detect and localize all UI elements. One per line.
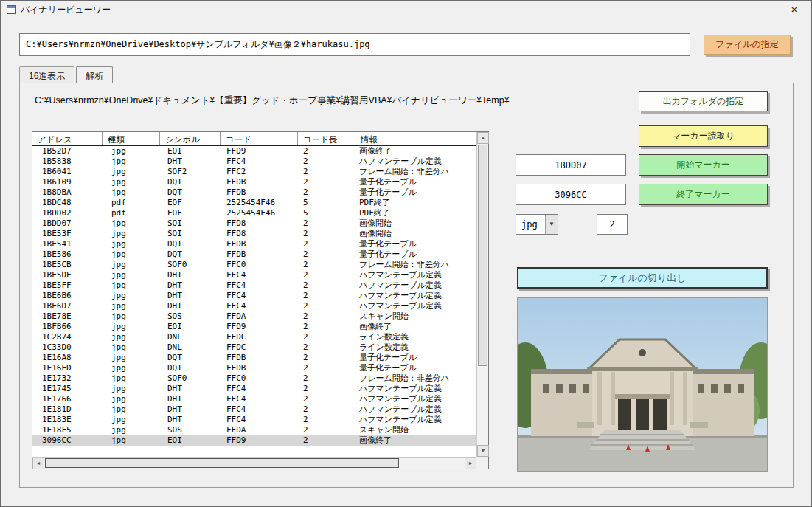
header-codelen[interactable]: コード長 bbox=[298, 132, 355, 145]
extract-file-button[interactable]: ファイルの切り出し bbox=[517, 267, 768, 289]
table-cell: DQT bbox=[160, 177, 221, 187]
table-row[interactable]: 1E16A8jpgDQTFFDB2量子化テーブル bbox=[32, 353, 476, 363]
table-cell: jpg bbox=[103, 218, 160, 229]
table-cell: 2 bbox=[298, 156, 355, 167]
table-cell: jpg bbox=[103, 425, 160, 435]
table-cell: 2 bbox=[298, 311, 355, 322]
table-cell: 画像開始 bbox=[355, 218, 476, 229]
scroll-right-icon[interactable]: ► bbox=[465, 458, 476, 469]
table-cell: PDF終了 bbox=[355, 208, 476, 218]
output-folder-button[interactable]: 出力フォルダの指定 bbox=[639, 91, 768, 111]
table-cell: 画像開始 bbox=[355, 229, 476, 239]
table-cell: FFC4 bbox=[221, 301, 298, 311]
table-cell: 2 bbox=[298, 146, 355, 156]
chevron-down-icon[interactable]: ▼ bbox=[545, 215, 558, 234]
table-cell: SOI bbox=[160, 229, 221, 239]
table-row[interactable]: 1E1732jpgSOF0FFC02フレーム開始：非差分ハ bbox=[32, 373, 476, 384]
file-path-input[interactable] bbox=[19, 33, 690, 56]
table-cell: 1BFB66 bbox=[32, 322, 103, 332]
table-cell: 1BDD07 bbox=[32, 218, 103, 229]
table-cell: PDF終了 bbox=[355, 198, 476, 208]
table-cell: FFC4 bbox=[221, 415, 298, 425]
table-cell: FFDB bbox=[221, 249, 298, 260]
table-row[interactable]: 1B8DBAjpgDQTFFDB2量子化テーブル bbox=[32, 187, 476, 198]
table-cell: FFC4 bbox=[221, 280, 298, 291]
table-cell: 量子化テーブル bbox=[355, 177, 476, 187]
vertical-scroll-thumb[interactable] bbox=[478, 145, 487, 366]
start-marker-button[interactable]: 開始マーカー bbox=[639, 154, 768, 176]
table-cell: 量子化テーブル bbox=[355, 239, 476, 249]
table-row[interactable]: 1BDD02pdfEOF2525454F465PDF終了 bbox=[32, 208, 476, 218]
table-row[interactable]: 1BE6B6jpgDHTFFC42ハフマンテーブル定義 bbox=[32, 291, 476, 301]
table-row[interactable]: 1BDC48pdfEOF2525454F465PDF終了 bbox=[32, 198, 476, 208]
table-cell: jpg bbox=[103, 363, 160, 373]
window-title: バイナリービューワー bbox=[21, 4, 111, 16]
horizontal-scroll-thumb[interactable] bbox=[45, 458, 399, 468]
table-cell: 1BE5DE bbox=[32, 270, 103, 280]
table-row[interactable]: 1E18F5jpgSOSFFDA2スキャン開始 bbox=[32, 425, 476, 435]
end-marker-input[interactable] bbox=[516, 184, 626, 205]
table-cell: jpg bbox=[103, 404, 160, 415]
table-row[interactable]: 1E183EjpgDHTFFC42ハフマンテーブル定義 bbox=[32, 415, 476, 425]
table-row[interactable]: 1C2B74jpgDNLFFDC2ライン数定義 bbox=[32, 332, 476, 342]
table-row[interactable]: 1BDD07jpgSOIFFD82画像開始 bbox=[32, 218, 476, 229]
table-cell: 5 bbox=[298, 208, 355, 218]
horizontal-scrollbar[interactable]: ◄ ► bbox=[32, 457, 476, 469]
file-select-button[interactable]: ファイルの指定 bbox=[704, 35, 791, 55]
table-cell: FFD8 bbox=[221, 218, 298, 229]
table-row[interactable]: 1BE6D7jpgDHTFFC42ハフマンテーブル定義 bbox=[32, 301, 476, 311]
table-row[interactable]: 1BFB66jpgEOIFFD92画像終了 bbox=[32, 322, 476, 332]
table-row[interactable]: 1E1766jpgDHTFFC42ハフマンテーブル定義 bbox=[32, 394, 476, 404]
table-row[interactable]: 1E1745jpgDHTFFC42ハフマンテーブル定義 bbox=[32, 384, 476, 394]
table-row[interactable]: 1BE541jpgDQTFFDB2量子化テーブル bbox=[32, 239, 476, 249]
table-row[interactable]: 1C33D0jpgDNLFFDC2ライン数定義 bbox=[32, 342, 476, 353]
table-body: 1B52D7jpgEOIFFD92画像終了1B5838jpgDHTFFC42ハフ… bbox=[32, 146, 476, 446]
header-kind[interactable]: 種類 bbox=[103, 132, 160, 145]
header-info[interactable]: 情報 bbox=[355, 132, 476, 145]
marker-read-button[interactable]: マーカー読取り bbox=[639, 125, 768, 147]
table-header: アドレス 種類 シンボル コード コード長 情報 bbox=[32, 132, 476, 146]
table-row[interactable]: 1BE5FFjpgDHTFFC42ハフマンテーブル定義 bbox=[32, 280, 476, 291]
close-icon[interactable]: × bbox=[785, 2, 804, 17]
table-row[interactable]: 1BE5DEjpgDHTFFC42ハフマンテーブル定義 bbox=[32, 270, 476, 280]
table-row[interactable]: 1BE5CBjpgSOF0FFC02フレーム開始：非差分ハ bbox=[32, 260, 476, 270]
table-cell: DHT bbox=[160, 156, 221, 167]
table-cell: 2 bbox=[298, 260, 355, 270]
table-cell: 2 bbox=[298, 363, 355, 373]
table-row[interactable]: 1E181DjpgDHTFFC42ハフマンテーブル定義 bbox=[32, 404, 476, 415]
table-row[interactable]: 1BE586jpgDQTFFDB2量子化テーブル bbox=[32, 249, 476, 260]
scroll-left-icon[interactable]: ◄ bbox=[32, 458, 44, 469]
header-code[interactable]: コード bbox=[221, 132, 298, 145]
table-row[interactable]: 1B52D7jpgEOIFFD92画像終了 bbox=[32, 146, 476, 156]
table-cell: フレーム開始：非差分ハ bbox=[355, 167, 476, 177]
table-cell: 2 bbox=[298, 353, 355, 363]
code-length-input[interactable] bbox=[597, 214, 628, 235]
scroll-down-icon[interactable]: ▼ bbox=[477, 445, 489, 457]
table-cell: 2 bbox=[298, 425, 355, 435]
table-cell: DNL bbox=[160, 332, 221, 342]
table-row[interactable]: 1B5838jpgDHTFFC42ハフマンテーブル定義 bbox=[32, 156, 476, 167]
table-cell: 1E1766 bbox=[32, 394, 103, 404]
table-row[interactable]: 1B6109jpgDQTFFDB2量子化テーブル bbox=[32, 177, 476, 187]
table-cell: 1E18F5 bbox=[32, 425, 103, 435]
table-row[interactable]: 1BE53FjpgSOIFFD82画像開始 bbox=[32, 229, 476, 239]
tab-hex[interactable]: 16進表示 bbox=[19, 66, 74, 83]
table-row[interactable]: 1E16EDjpgDQTFFDB2量子化テーブル bbox=[32, 363, 476, 373]
table-cell: 1E16A8 bbox=[32, 353, 103, 363]
end-marker-button[interactable]: 終了マーカー bbox=[639, 184, 768, 205]
table-cell: 2525454F46 bbox=[221, 198, 298, 208]
tab-analysis[interactable]: 解析 bbox=[76, 66, 113, 83]
header-address[interactable]: アドレス bbox=[32, 132, 103, 145]
table-row[interactable]: 3096CCjpgEOIFFD92画像終了 bbox=[32, 435, 476, 446]
table-cell: 量子化テーブル bbox=[355, 353, 476, 363]
table-cell: jpg bbox=[103, 239, 160, 249]
scroll-up-icon[interactable]: ▲ bbox=[477, 132, 489, 144]
table-row[interactable]: 1BE78EjpgSOSFFDA2スキャン開始 bbox=[32, 311, 476, 322]
vertical-scrollbar[interactable]: ▲ ▼ bbox=[476, 132, 488, 457]
table-cell: EOI bbox=[160, 435, 221, 446]
table-row[interactable]: 1B6041jpgSOF2FFC22フレーム開始：非差分ハ bbox=[32, 167, 476, 177]
table-cell: FFDB bbox=[221, 187, 298, 198]
file-type-dropdown[interactable]: jpg ▼ bbox=[516, 214, 558, 235]
start-marker-input[interactable] bbox=[516, 154, 626, 176]
header-symbol[interactable]: シンボル bbox=[160, 132, 221, 145]
